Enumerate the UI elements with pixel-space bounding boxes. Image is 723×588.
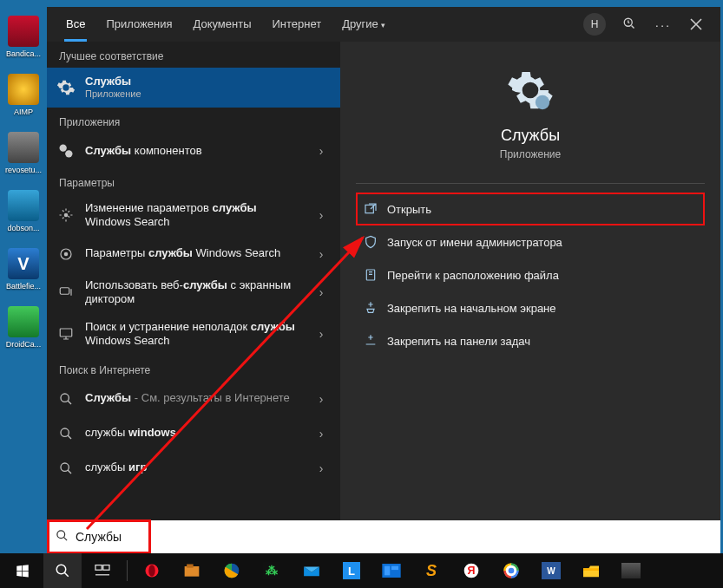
result-setting[interactable]: Изменение параметров службы Windows Sear…: [47, 194, 340, 237]
taskbar-app[interactable]: [173, 553, 211, 588]
svg-rect-18: [103, 565, 109, 571]
result-title: Службы: [85, 75, 131, 88]
more-icon[interactable]: ···: [654, 16, 672, 33]
search-icon: [56, 423, 76, 444]
tab-more[interactable]: Другие▾: [333, 7, 394, 42]
chevron-right-icon: ›: [311, 392, 332, 406]
chevron-right-icon: ›: [311, 427, 332, 441]
taskbar-app[interactable]: Я: [452, 553, 490, 588]
search-icon: [56, 389, 76, 409]
svg-rect-22: [187, 565, 194, 568]
gear-icon: [506, 66, 555, 118]
desktop-shortcut[interactable]: AIMP: [0, 74, 47, 116]
open-icon: [363, 201, 378, 217]
result-web[interactable]: службы windows ›: [47, 416, 340, 451]
start-button[interactable]: [3, 553, 42, 588]
component-services-icon: [56, 140, 76, 161]
feedback-icon[interactable]: [621, 16, 639, 33]
result-best-match[interactable]: Службы Приложение: [47, 68, 340, 108]
taskbar: ⁂ L S Я W: [0, 553, 723, 588]
taskbar-app[interactable]: [213, 553, 251, 588]
taskbar-app[interactable]: [133, 553, 171, 588]
search-input[interactable]: [76, 530, 712, 544]
taskbar-app[interactable]: S: [412, 553, 450, 588]
svg-rect-7: [60, 329, 72, 336]
taskbar-app[interactable]: ⁂: [253, 553, 291, 588]
svg-point-1: [60, 145, 67, 152]
tab-apps[interactable]: Приложения: [97, 7, 181, 42]
pin-taskbar-icon: [363, 333, 378, 349]
result-setting[interactable]: Поиск и устранение неполадок службы Wind…: [47, 313, 340, 356]
search-icon: [56, 458, 76, 479]
svg-point-10: [61, 463, 69, 471]
taskbar-app[interactable]: [492, 553, 530, 588]
narrator-icon: [56, 282, 76, 303]
desktop-shortcut[interactable]: revosetu...: [0, 132, 47, 174]
close-icon[interactable]: [687, 16, 705, 33]
chevron-down-icon: ▾: [381, 21, 385, 29]
svg-rect-13: [366, 270, 374, 280]
chevron-right-icon: ›: [311, 208, 332, 222]
user-avatar[interactable]: Н: [583, 13, 606, 36]
search-icon: [52, 560, 73, 581]
svg-point-34: [509, 568, 515, 574]
tab-web[interactable]: Интернет: [263, 7, 330, 42]
svg-text:Я: Я: [468, 565, 476, 577]
settings-icon: [56, 244, 76, 265]
preview-title: Службы: [501, 127, 560, 145]
chevron-right-icon: ›: [311, 144, 332, 158]
taskbar-app[interactable]: [372, 553, 411, 588]
svg-point-5: [64, 252, 69, 256]
svg-rect-17: [95, 565, 102, 571]
troubleshoot-icon: [56, 323, 76, 344]
taskbar-app[interactable]: [572, 553, 610, 588]
action-run-as-admin[interactable]: Запуск от имени администратора: [356, 225, 705, 258]
search-flyout: Все Приложения Документы Интернет Другие…: [47, 7, 720, 548]
results-pane: Лучшее соответствие Службы Приложение Пр…: [47, 42, 340, 548]
taskbar-app[interactable]: W: [532, 553, 570, 588]
preview-pane: Службы Приложение Открыть Запуск от имен…: [340, 42, 720, 548]
section-settings: Параметры: [47, 168, 340, 194]
svg-point-8: [61, 394, 69, 402]
taskbar-search-button[interactable]: [43, 553, 82, 588]
task-view-icon: [92, 560, 113, 581]
chevron-right-icon: ›: [311, 247, 332, 261]
folder-icon: [363, 267, 378, 283]
shield-icon: [363, 234, 378, 250]
action-open[interactable]: Открыть: [356, 193, 705, 225]
taskbar-separator: [127, 560, 128, 581]
action-open-location[interactable]: Перейти к расположению файла: [356, 258, 705, 291]
divider: [356, 183, 705, 184]
result-web[interactable]: службы игр ›: [47, 451, 340, 486]
result-setting[interactable]: Использовать веб-службы с экранным дикто…: [47, 271, 340, 314]
desktop-shortcut[interactable]: dobson...: [0, 190, 47, 232]
desktop-shortcut[interactable]: Bandica...: [0, 16, 47, 58]
action-pin-start[interactable]: Закрепить на начальном экране: [356, 291, 705, 324]
svg-point-14: [57, 531, 65, 539]
section-apps: Приложения: [47, 108, 340, 134]
section-web: Поиск в Интернете: [47, 356, 340, 382]
taskbar-app[interactable]: [612, 553, 650, 588]
task-view-button[interactable]: [83, 553, 122, 588]
desktop-shortcut[interactable]: DroidCa...: [0, 306, 47, 349]
section-best-match: Лучшее соответствие: [47, 42, 340, 68]
search-tabs: Все Приложения Документы Интернет Другие…: [47, 7, 720, 42]
taskbar-app[interactable]: L: [332, 553, 371, 588]
svg-point-20: [148, 565, 155, 576]
search-box[interactable]: [47, 520, 720, 553]
tab-all[interactable]: Все: [57, 7, 94, 42]
svg-rect-12: [365, 205, 373, 212]
pin-start-icon: [363, 300, 378, 316]
settings-icon: [56, 205, 76, 225]
result-app[interactable]: Службы компонентов ›: [47, 134, 340, 168]
desktop: Bandica... AIMP revosetu... dobson... V …: [0, 0, 47, 555]
desktop-shortcut[interactable]: V Battlefie...: [0, 248, 47, 291]
result-web[interactable]: Службы - См. результаты в Интернете ›: [47, 382, 340, 416]
svg-point-16: [56, 565, 66, 574]
tab-documents[interactable]: Документы: [184, 7, 260, 42]
result-setting[interactable]: Параметры службы Windows Search ›: [47, 237, 340, 271]
svg-point-2: [65, 150, 72, 157]
taskbar-app[interactable]: [292, 553, 331, 588]
svg-point-9: [61, 428, 69, 436]
action-pin-taskbar[interactable]: Закрепить на панели задач: [356, 324, 705, 357]
